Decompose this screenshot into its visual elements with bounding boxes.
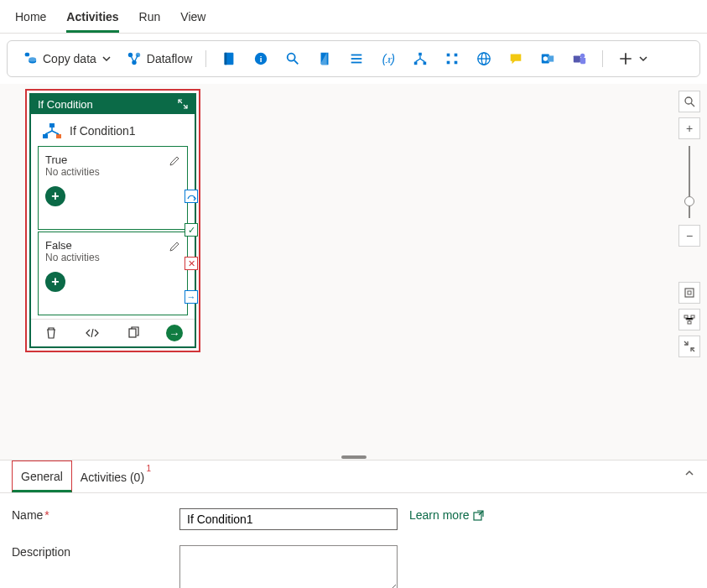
svg-rect-30 bbox=[43, 134, 48, 138]
chevron-down-icon bbox=[638, 51, 648, 66]
zoom-slider[interactable] bbox=[689, 146, 690, 218]
toolbar-separator-2 bbox=[602, 50, 603, 67]
tb-branch[interactable] bbox=[409, 48, 431, 70]
true-branch[interactable]: True No activities + bbox=[38, 146, 188, 230]
svg-rect-31 bbox=[56, 134, 61, 138]
tab-activities[interactable]: Activities (0) 1 bbox=[72, 462, 153, 491]
description-input[interactable] bbox=[179, 545, 398, 588]
nav-home[interactable]: Home bbox=[15, 7, 46, 33]
zoom-handle[interactable] bbox=[684, 196, 694, 206]
copy-icon[interactable] bbox=[125, 325, 142, 341]
nav-activities[interactable]: Activities bbox=[66, 7, 118, 33]
svg-rect-18 bbox=[447, 61, 450, 65]
plus-icon bbox=[618, 51, 633, 66]
chat-icon bbox=[508, 51, 523, 66]
pencil-icon[interactable] bbox=[169, 155, 180, 169]
script-icon bbox=[317, 51, 332, 66]
copy-data-button[interactable]: Copy data bbox=[19, 48, 113, 70]
tb-script[interactable] bbox=[314, 48, 335, 70]
output-skip[interactable] bbox=[185, 190, 198, 203]
tb-web[interactable] bbox=[473, 48, 495, 70]
expand-icon[interactable] bbox=[178, 99, 188, 111]
tb-grid[interactable] bbox=[441, 48, 463, 70]
run-arrow-icon[interactable]: → bbox=[166, 325, 183, 341]
nav-view[interactable]: View bbox=[180, 7, 205, 33]
tb-add[interactable] bbox=[615, 48, 652, 70]
dataflow-button[interactable]: Dataflow bbox=[123, 48, 194, 70]
chevron-down-icon bbox=[101, 51, 112, 66]
zoom-out[interactable]: − bbox=[678, 225, 700, 247]
copy-data-icon bbox=[23, 51, 38, 66]
delete-icon[interactable] bbox=[43, 325, 60, 341]
tb-search[interactable] bbox=[282, 48, 304, 70]
canvas-controls: + − bbox=[678, 91, 700, 357]
pencil-icon[interactable] bbox=[169, 241, 180, 255]
add-activity-false[interactable]: + bbox=[45, 272, 65, 292]
tb-chat[interactable] bbox=[505, 48, 527, 70]
description-label: Description bbox=[12, 545, 179, 559]
svg-point-1 bbox=[29, 57, 36, 61]
svg-line-34 bbox=[691, 103, 694, 107]
zoom-in[interactable]: + bbox=[678, 117, 700, 139]
tb-variable[interactable]: (𝑥) bbox=[377, 48, 399, 70]
add-activity-true[interactable]: + bbox=[45, 186, 65, 206]
branch-true-sub: No activities bbox=[45, 166, 180, 178]
variable-icon: (𝑥) bbox=[381, 51, 396, 66]
svg-text:i: i bbox=[260, 55, 263, 64]
svg-rect-38 bbox=[691, 315, 694, 318]
svg-rect-36 bbox=[688, 291, 691, 294]
svg-rect-12 bbox=[351, 58, 362, 60]
svg-rect-14 bbox=[418, 53, 422, 56]
properties-panel: General Activities (0) 1 Name* Learn mor… bbox=[0, 460, 707, 588]
false-branch[interactable]: False No activities + bbox=[38, 232, 188, 315]
svg-rect-17 bbox=[447, 54, 450, 57]
if-condition-activity-selected[interactable]: If Condition If Condition1 True No activ… bbox=[25, 89, 200, 352]
nav-run[interactable]: Run bbox=[139, 7, 161, 33]
code-icon[interactable] bbox=[84, 325, 101, 341]
svg-rect-13 bbox=[351, 62, 362, 64]
tb-list[interactable] bbox=[346, 48, 367, 70]
svg-rect-27 bbox=[574, 55, 580, 62]
fit-screen[interactable] bbox=[678, 282, 700, 304]
panel-collapse-chevron[interactable] bbox=[684, 467, 695, 481]
dataflow-icon bbox=[127, 51, 142, 66]
outlook-icon bbox=[540, 51, 555, 66]
name-input[interactable] bbox=[179, 508, 398, 530]
grid-dots-icon bbox=[444, 51, 460, 66]
pipeline-canvas[interactable]: If Condition If Condition1 True No activ… bbox=[0, 84, 707, 460]
svg-rect-35 bbox=[685, 289, 694, 297]
svg-rect-29 bbox=[49, 123, 55, 127]
output-completion[interactable]: → bbox=[185, 290, 198, 304]
dataflow-label: Dataflow bbox=[147, 52, 192, 65]
activities-toolbar: Copy data Dataflow i (𝑥) bbox=[7, 40, 700, 77]
svg-rect-32 bbox=[129, 329, 136, 337]
branch-false-label: False bbox=[45, 239, 180, 252]
svg-point-26 bbox=[543, 56, 548, 60]
svg-rect-11 bbox=[351, 55, 362, 56]
canvas-search[interactable] bbox=[678, 91, 700, 112]
tb-notebook[interactable] bbox=[218, 48, 240, 70]
activity-type-label: If Condition bbox=[38, 98, 93, 111]
svg-rect-16 bbox=[424, 62, 427, 65]
svg-rect-6 bbox=[225, 53, 227, 65]
tb-teams[interactable] bbox=[569, 48, 590, 70]
tb-outlook[interactable] bbox=[537, 48, 559, 70]
notebook-icon bbox=[221, 51, 237, 66]
svg-rect-39 bbox=[688, 321, 691, 324]
collapse-fullscreen[interactable] bbox=[678, 336, 700, 357]
tab-general[interactable]: General bbox=[12, 461, 72, 492]
learn-more-link[interactable]: Learn more bbox=[409, 508, 484, 522]
activity-output-handles: ✓ ✕ → bbox=[185, 190, 198, 304]
svg-rect-37 bbox=[684, 315, 688, 318]
auto-align[interactable] bbox=[678, 309, 700, 330]
output-success[interactable]: ✓ bbox=[185, 223, 198, 237]
branch-false-sub: No activities bbox=[45, 252, 180, 263]
svg-point-33 bbox=[685, 97, 692, 104]
list-icon bbox=[349, 51, 364, 66]
output-fail[interactable]: ✕ bbox=[185, 257, 198, 270]
svg-rect-19 bbox=[455, 54, 458, 57]
tb-info[interactable]: i bbox=[250, 48, 272, 70]
activity-name: If Condition1 bbox=[70, 124, 136, 138]
tab-activities-label: Activities (0) bbox=[81, 471, 144, 484]
panel-resize-grip[interactable] bbox=[341, 455, 366, 459]
